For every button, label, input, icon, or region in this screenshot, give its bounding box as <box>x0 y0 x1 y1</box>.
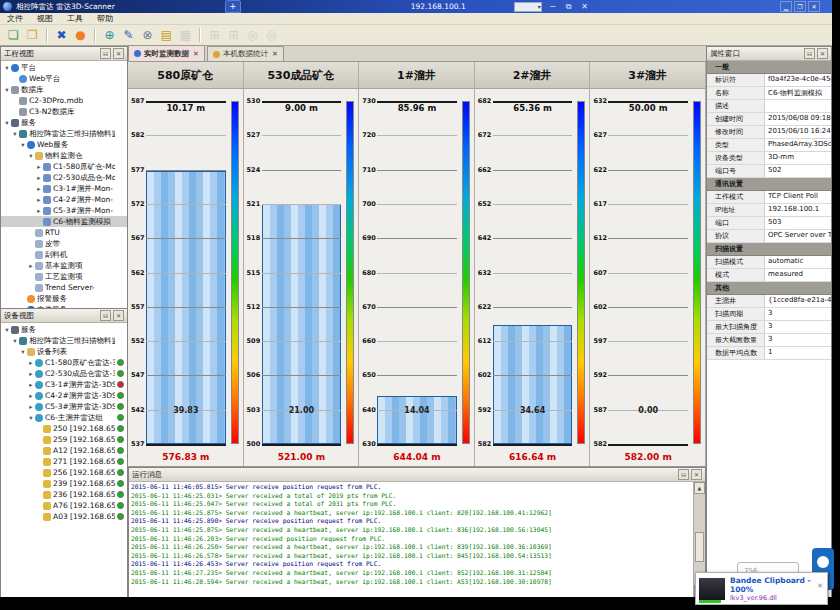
property-row[interactable]: 类型PhasedArray.3DScan.44C- <box>707 139 831 152</box>
property-row[interactable]: 端口503 <box>707 217 831 230</box>
property-value[interactable]: 1 <box>765 347 831 359</box>
minimize-button[interactable]: − <box>548 2 558 11</box>
project-tree-item-8[interactable]: ▾物料监测仓 <box>1 150 127 161</box>
property-value[interactable]: OPC Server over TLS <box>765 230 831 242</box>
project-tree-item-15[interactable]: RTU <box>1 227 127 238</box>
property-value[interactable]: 503 <box>765 217 831 229</box>
tree-expander-icon[interactable]: ▸ <box>27 262 35 270</box>
project-tree-item-2[interactable]: ▾数据库 <box>1 84 127 95</box>
property-section-1[interactable]: 通讯设置 <box>707 178 831 191</box>
property-value[interactable] <box>765 100 831 112</box>
property-row[interactable]: 创建时间2015/06/08 09:18:43- <box>707 113 831 126</box>
new-project-icon[interactable]: ❏ <box>5 27 22 43</box>
property-row[interactable]: IP地址192.168.100.1 <box>707 204 831 217</box>
property-row[interactable]: 扫描模式automatic <box>707 256 831 269</box>
close-session-button[interactable]: ✕ <box>580 2 590 11</box>
project-tree-item-11[interactable]: ▸C3-1#溜井-Mon- <box>1 183 127 194</box>
tree-expander-icon[interactable]: ▾ <box>27 152 35 160</box>
menu-item-2[interactable]: 工具 <box>60 13 90 24</box>
tree-expander-icon[interactable]: ▾ <box>3 326 11 334</box>
tree-expander-icon[interactable]: ▸ <box>35 196 43 204</box>
device-tree-item-8[interactable]: ▾C6-主溜井雷达组 <box>1 412 127 423</box>
device-tree-item-5[interactable]: ▸C3-1#溜井雷达-3DS- <box>1 379 127 390</box>
property-row[interactable]: 端口号502 <box>707 165 831 178</box>
close-icon[interactable]: ✕ <box>113 48 124 59</box>
device-tree-item-16[interactable]: A76 [192.168.65.27]- <box>1 500 127 511</box>
project-tree-item-7[interactable]: ▾Web服务 <box>1 139 127 150</box>
project-tree-item-18[interactable]: ▸基本监测项 <box>1 260 127 271</box>
tree-expander-icon[interactable]: ▸ <box>35 163 43 171</box>
menu-item-0[interactable]: 文件 <box>0 13 30 24</box>
tree-expander-icon[interactable]: ▾ <box>11 130 19 138</box>
property-row[interactable]: 最大截面数量3 <box>707 334 831 347</box>
tree-expander-icon[interactable]: ▸ <box>27 403 35 411</box>
tree-expander-icon[interactable]: ▾ <box>3 119 11 127</box>
edit-icon[interactable]: ✎ <box>120 27 137 43</box>
tree-expander-icon[interactable]: ▸ <box>27 370 35 378</box>
device-tree-item-0[interactable]: ▾服务 <box>1 324 127 335</box>
device-tree-item-11[interactable]: A12 [192.168.65.22]- <box>1 445 127 456</box>
add-icon[interactable]: ⊕ <box>101 27 118 43</box>
device-tree-item-1[interactable]: ▾相控阵雷达三维扫描物料监测系统- <box>1 335 127 346</box>
device-tree-item-4[interactable]: ▸C2-530成品仓雷达-3DS- <box>1 368 127 379</box>
quality-dropdown[interactable]: ▾ <box>514 2 542 12</box>
property-value[interactable]: 3 <box>765 334 831 346</box>
device-tree-item-13[interactable]: 256 [192.168.65.24]- <box>1 467 127 478</box>
property-row[interactable]: 工作模式TCP Client Poll <box>707 191 831 204</box>
tab-0[interactable]: 实时监测数据✕ <box>128 45 205 61</box>
device-tree-item-17[interactable]: A03 [192.168.65.28]- <box>1 511 127 522</box>
close-icon[interactable]: ✕ <box>817 48 828 59</box>
project-tree-item-19[interactable]: 工艺监测项 <box>1 271 127 282</box>
outer-restore-button[interactable]: ❐ <box>794 1 806 12</box>
tab-close-icon[interactable]: ✕ <box>272 50 278 58</box>
property-row[interactable]: 名称C6-物料监测模拟 <box>707 87 831 100</box>
property-value[interactable]: measured <box>765 269 831 281</box>
device-tree-item-7[interactable]: ▸C5-3#溜井雷达-3DS- <box>1 401 127 412</box>
property-row[interactable]: 扫描周期3 <box>707 308 831 321</box>
device-tree-item-9[interactable]: 250 [192.168.65.20]- <box>1 423 127 434</box>
project-tree-item-13[interactable]: ▸C5-3#溜井-Mon- <box>1 205 127 216</box>
project-tree-item-16[interactable]: 皮带 <box>1 238 127 249</box>
property-value[interactable]: 3D-mm <box>765 152 831 164</box>
project-tree-item-21[interactable]: 报警服务 <box>1 293 127 304</box>
property-value[interactable]: PhasedArray.3DScan.44C- <box>765 139 831 151</box>
project-tree-item-12[interactable]: ▸C4-2#溜井-Mon- <box>1 194 127 205</box>
project-tree-item-4[interactable]: C3-N2数据库 <box>1 106 127 117</box>
property-row[interactable]: 标识符f0a4f23e-4c0e-45c8-8f4c- <box>707 74 831 87</box>
pin-icon[interactable]: ⊟ <box>804 48 815 59</box>
project-tree-item-17[interactable]: 刮料机 <box>1 249 127 260</box>
project-tree-item-9[interactable]: ▸C1-580原矿仓-Mon- <box>1 161 127 172</box>
device-tree-item-3[interactable]: ▸C1-580原矿仓雷达-3DS- <box>1 357 127 368</box>
property-section-2[interactable]: 扫描设置 <box>707 243 831 256</box>
project-tree-item-20[interactable]: Trend Server- <box>1 282 127 293</box>
tree-expander-icon[interactable]: ▸ <box>35 207 43 215</box>
close-icon[interactable]: ✕ <box>113 310 124 321</box>
tree-expander-icon[interactable]: ▸ <box>35 174 43 182</box>
property-value[interactable]: 3 <box>765 321 831 333</box>
menu-item-1[interactable]: 视图 <box>30 13 60 24</box>
pin-icon[interactable]: ⊟ <box>100 310 111 321</box>
property-value[interactable]: f0a4f23e-4c0e-45c8-8f4c- <box>765 74 831 86</box>
property-value[interactable]: automatic <box>765 256 831 268</box>
session-button[interactable]: ⧉ <box>564 2 574 12</box>
property-value[interactable]: 2015/06/08 09:18:43- <box>765 113 831 125</box>
device-tree-item-10[interactable]: 259 [192.168.65.21]- <box>1 434 127 445</box>
pin-icon[interactable]: ⊟ <box>678 469 689 480</box>
tree-expander-icon[interactable]: ▾ <box>11 337 19 345</box>
project-tree-item-0[interactable]: ▾平台 <box>1 62 127 73</box>
property-row[interactable]: 数据平均点数1 <box>707 347 831 360</box>
device-tree-item-12[interactable]: 271 [192.168.65.23]- <box>1 456 127 467</box>
property-value[interactable]: TCP Client Poll <box>765 191 831 203</box>
close-project-icon[interactable]: ✖ <box>53 27 70 43</box>
clipboard-toast[interactable]: Bandee Clipboard - 100% lkv3_ver.96.dll … <box>695 572 828 605</box>
tree-expander-icon[interactable]: ▸ <box>27 381 35 389</box>
property-value[interactable]: 3 <box>765 308 831 320</box>
tree-expander-icon[interactable]: ▾ <box>3 86 11 94</box>
tree-expander-icon[interactable]: ▾ <box>27 414 35 422</box>
outer-minimize-button[interactable]: ▁ <box>780 1 792 12</box>
property-section-0[interactable]: 一般 <box>707 61 831 74</box>
scroll-up-icon[interactable]: ▲ <box>694 482 705 494</box>
property-row[interactable]: 设备类型3D-mm <box>707 152 831 165</box>
close-icon[interactable]: ✕ <box>691 469 702 480</box>
toast-close-icon[interactable]: ✕ <box>817 582 823 590</box>
